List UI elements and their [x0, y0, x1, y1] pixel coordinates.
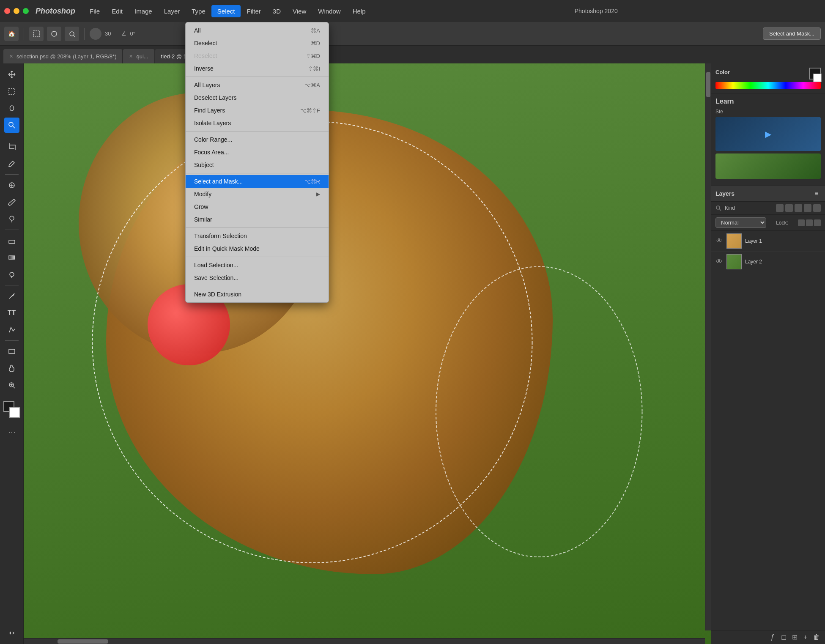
add-layer-style-btn[interactable]: ƒ	[768, 633, 777, 641]
menu-view[interactable]: View	[287, 5, 312, 17]
menu-reselect[interactable]: Reselect ⇧⌘D	[186, 49, 329, 62]
brush-tool[interactable]	[4, 195, 19, 210]
home-button[interactable]: 🏠	[4, 27, 19, 41]
flip-tools[interactable]	[4, 625, 19, 641]
lock-all-btn[interactable]	[814, 219, 821, 226]
learn-thumbnail-1[interactable]: ▶	[715, 117, 821, 151]
menu-find-layers[interactable]: Find Layers ⌥⌘⇧F	[186, 104, 329, 117]
lock-pos-btn[interactable]	[806, 219, 813, 226]
horizontal-scrollbar[interactable]	[24, 638, 705, 644]
scrollbar-thumb[interactable]	[706, 72, 710, 97]
menu-deselect-layers[interactable]: Deselect Layers	[186, 91, 329, 104]
clone-stamp-tool[interactable]	[4, 211, 19, 227]
hand-tool[interactable]	[4, 361, 19, 376]
layers-menu-icon[interactable]: ≡	[812, 189, 821, 198]
menu-edit[interactable]: Edit	[106, 5, 129, 17]
filter-px[interactable]	[776, 204, 784, 212]
filter-adj[interactable]	[785, 204, 793, 212]
menu-select[interactable]: Select	[211, 5, 241, 17]
menu-sep-1	[186, 77, 329, 77]
new-group-btn[interactable]: ⊞	[790, 633, 799, 641]
menu-type[interactable]: Type	[186, 5, 211, 17]
layer-eye-1[interactable]: 👁	[715, 237, 723, 245]
rectangle-shape-tool[interactable]	[4, 344, 19, 359]
spot-heal-tool[interactable]	[4, 178, 19, 193]
vertical-scrollbar[interactable]	[705, 63, 711, 630]
learn-panel: Learn Ste ▶	[711, 93, 825, 186]
tab-selection-psd[interactable]: ✕ selection.psd @ 208% (Layer 1, RGB/8*)	[3, 49, 122, 63]
more-tools[interactable]: ⋯	[4, 424, 19, 439]
delete-layer-btn[interactable]: 🗑	[812, 633, 821, 641]
crop-tool[interactable]	[4, 139, 19, 154]
add-mask-btn[interactable]: ◻	[779, 633, 788, 641]
menu-all[interactable]: All ⌘A	[186, 24, 329, 37]
tool-sep-3	[5, 230, 19, 230]
move-tool[interactable]	[4, 67, 19, 82]
path-select-tool[interactable]	[4, 322, 19, 337]
menu-layer[interactable]: Layer	[158, 5, 186, 17]
menu-quick-mask[interactable]: Edit in Quick Mask Mode	[186, 242, 329, 255]
type-tool[interactable]: T T	[4, 305, 19, 321]
color-spectrum-bar[interactable]	[715, 82, 821, 89]
menu-filter[interactable]: Filter	[241, 5, 266, 17]
menu-load-selection[interactable]: Load Selection...	[186, 259, 329, 271]
menu-file[interactable]: File	[84, 5, 106, 17]
layer-item-2[interactable]: 👁 Layer 2	[711, 252, 825, 272]
menu-modify-label: Modify	[194, 191, 211, 197]
close-button[interactable]	[4, 8, 10, 14]
pen-tool[interactable]	[4, 288, 19, 304]
menu-find-layers-shortcut: ⌥⌘⇧F	[300, 107, 320, 114]
quick-select-tool[interactable]	[65, 27, 79, 41]
menu-save-selection[interactable]: Save Selection...	[186, 271, 329, 284]
tab-close-2[interactable]: ✕	[129, 54, 133, 59]
filter-text[interactable]	[795, 204, 802, 212]
menu-3d[interactable]: 3D	[267, 5, 287, 17]
menu-select-and-mask[interactable]: Select and Mask... ⌥⌘R	[186, 175, 329, 188]
filter-smart[interactable]	[813, 204, 821, 212]
menu-transform-selection[interactable]: Transform Selection	[186, 230, 329, 242]
scrollbar-thumb-h[interactable]	[58, 639, 108, 644]
menu-all-shortcut: ⌘A	[311, 27, 320, 34]
tab-qui[interactable]: ✕ qui...	[123, 49, 154, 63]
menu-inverse[interactable]: Inverse ⇧⌘I	[186, 62, 329, 75]
menu-save-selection-label: Save Selection...	[194, 274, 238, 281]
zoom-tool[interactable]	[4, 378, 19, 393]
menu-image[interactable]: Image	[129, 5, 158, 17]
menu-all-layers[interactable]: All Layers ⌥⌘A	[186, 79, 329, 91]
lasso-tool[interactable]	[47, 27, 61, 41]
menu-similar[interactable]: Similar	[186, 213, 329, 226]
menu-deselect[interactable]: Deselect ⌘D	[186, 37, 329, 49]
blend-mode-select[interactable]: Normal	[715, 217, 766, 228]
gradient-tool[interactable]	[4, 250, 19, 265]
menu-color-range[interactable]: Color Range...	[186, 133, 329, 146]
background-color[interactable]	[9, 407, 20, 418]
bg-color-swatch[interactable]	[813, 74, 822, 82]
eyedropper-tool[interactable]	[4, 156, 19, 171]
menu-help[interactable]: Help	[347, 5, 372, 17]
layer-eye-2[interactable]: 👁	[715, 258, 723, 266]
lock-px-btn[interactable]	[798, 219, 805, 226]
new-layer-btn[interactable]: +	[801, 633, 810, 641]
layer-item-1[interactable]: 👁 Layer 1	[711, 231, 825, 252]
minimize-button[interactable]	[14, 8, 19, 14]
menu-grow[interactable]: Grow	[186, 200, 329, 213]
eraser-tool[interactable]	[4, 233, 19, 248]
menu-isolate-layers[interactable]: Isolate Layers	[186, 117, 329, 129]
learn-thumbnail-2[interactable]	[715, 153, 821, 179]
menu-subject[interactable]: Subject	[186, 159, 329, 171]
menu-new-3d-extrusion[interactable]: New 3D Extrusion	[186, 288, 329, 301]
filter-shape[interactable]	[804, 204, 811, 212]
menu-modify[interactable]: Modify ▶	[186, 188, 329, 200]
toolbar-sep-2	[84, 28, 85, 40]
menu-window[interactable]: Window	[312, 5, 346, 17]
tab-close-1[interactable]: ✕	[9, 54, 13, 59]
magic-wand-tool[interactable]	[4, 118, 19, 133]
lasso-tool-left[interactable]	[4, 101, 19, 116]
maximize-button[interactable]	[23, 8, 29, 14]
color-boxes[interactable]	[3, 401, 20, 418]
marquee-tool[interactable]	[29, 27, 44, 41]
dodge-tool[interactable]	[4, 267, 19, 282]
rectangular-marquee-tool[interactable]	[4, 84, 19, 99]
menu-focus-area[interactable]: Focus Area...	[186, 146, 329, 159]
select-and-mask-button[interactable]: Select and Mask...	[763, 27, 821, 40]
